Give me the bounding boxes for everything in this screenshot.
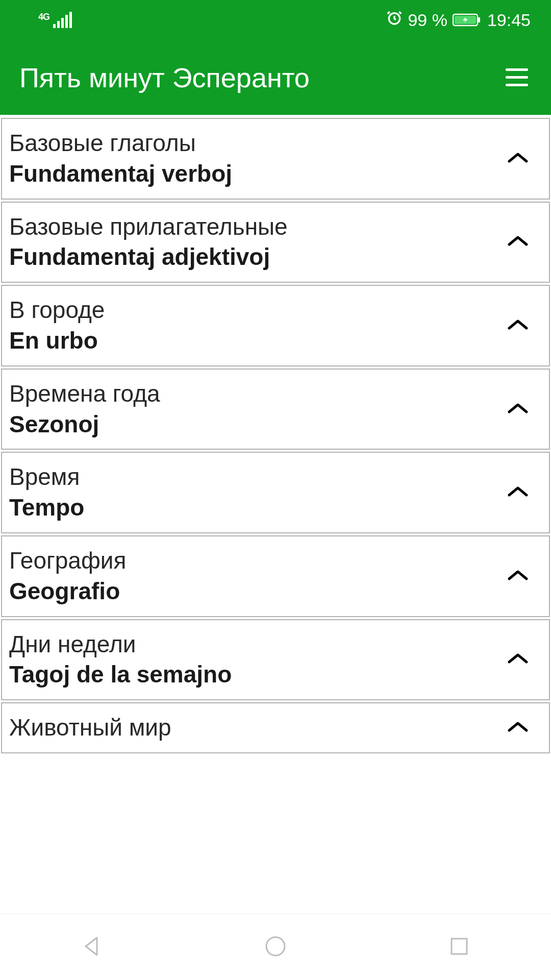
network-label: 4G [38, 12, 49, 22]
item-title: Дни недели [9, 629, 232, 660]
nav-bar [0, 914, 551, 980]
chevron-up-icon [507, 402, 529, 417]
menu-button[interactable] [506, 68, 528, 86]
status-left: 4G [38, 12, 72, 28]
chevron-up-icon [507, 720, 529, 736]
chevron-up-icon [507, 151, 529, 166]
status-bar: 4G 99 % 19:45 [0, 0, 551, 40]
battery-label: 99 % [408, 10, 447, 30]
item-subtitle: En urbo [9, 326, 105, 356]
chevron-up-icon [507, 569, 529, 584]
home-button[interactable] [263, 934, 288, 961]
list-item[interactable]: Дни недели Tagoj de la semajno [1, 619, 550, 701]
battery-icon [453, 13, 482, 27]
svg-point-4 [266, 937, 285, 955]
item-title: Времена года [9, 379, 160, 409]
recent-button[interactable] [446, 934, 472, 961]
status-right: 99 % 19:45 [386, 10, 531, 30]
list-item[interactable]: Базовые глаголы Fundamentaj verboj [1, 118, 550, 200]
chevron-up-icon [507, 485, 529, 500]
item-title: Базовые глаголы [9, 128, 232, 159]
item-subtitle: Geografio [9, 576, 126, 607]
list-item[interactable]: В городе En urbo [1, 285, 550, 366]
item-title: Время [9, 462, 84, 493]
item-title: География [9, 546, 126, 576]
item-subtitle: Tagoj de la semajno [9, 659, 232, 690]
svg-rect-3 [478, 17, 480, 22]
svg-rect-5 [452, 939, 467, 954]
time-label: 19:45 [487, 10, 531, 30]
item-subtitle: Fundamentaj verboj [9, 159, 232, 189]
chevron-up-icon [507, 318, 529, 333]
app-bar: Пять минут Эсперанто [0, 40, 551, 115]
item-subtitle: Tempo [9, 493, 84, 523]
chevron-up-icon [507, 652, 529, 667]
item-title: Животный мир [9, 713, 171, 743]
list-item[interactable]: Животный мир [1, 702, 550, 753]
category-list: Базовые глаголы Fundamentaj verboj Базов… [0, 115, 551, 753]
item-subtitle: Fundamentaj adjektivoj [9, 242, 288, 273]
item-title: В городе [9, 295, 105, 326]
item-subtitle: Sezonoj [9, 409, 160, 440]
item-title: Базовые прилагательные [9, 212, 288, 242]
chevron-up-icon [507, 234, 529, 250]
back-button[interactable] [79, 934, 105, 961]
list-item[interactable]: Времена года Sezonoj [1, 369, 550, 450]
list-item[interactable]: География Geografio [1, 535, 550, 617]
list-item[interactable]: Базовые прилагательные Fundamentaj adjek… [1, 202, 550, 283]
signal-icon [53, 12, 72, 28]
page-title: Пять минут Эсперанто [19, 62, 310, 93]
list-item[interactable]: Время Tempo [1, 452, 550, 533]
alarm-icon [386, 10, 403, 30]
